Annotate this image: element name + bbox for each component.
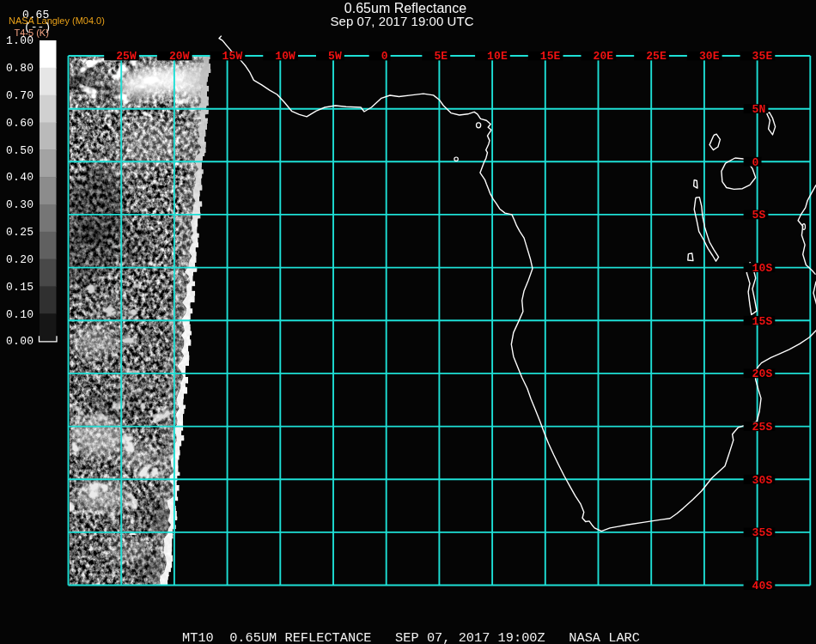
svg-text:5W: 5W — [328, 50, 342, 63]
svg-text:25S: 25S — [752, 421, 773, 434]
svg-text:10S: 10S — [752, 262, 773, 275]
svg-text:25W: 25W — [116, 50, 137, 63]
svg-text:40S: 40S — [752, 580, 773, 592]
svg-text:5E: 5E — [434, 50, 448, 63]
svg-text:10W: 10W — [275, 50, 295, 63]
svg-text:20W: 20W — [169, 50, 190, 63]
svg-text:0.20: 0.20 — [6, 253, 33, 266]
svg-text:0.00: 0.00 — [6, 335, 33, 348]
svg-text:30E: 30E — [699, 50, 720, 63]
svg-text:0.25: 0.25 — [6, 226, 33, 239]
svg-text:5S: 5S — [752, 209, 766, 222]
svg-text:0: 0 — [752, 156, 759, 169]
svg-text:0.50: 0.50 — [6, 144, 33, 157]
svg-text:0.10: 0.10 — [6, 308, 33, 321]
svg-text:0.60: 0.60 — [6, 117, 33, 130]
svg-text:MT10 0.65UM REFLECTANCE SEP: MT10 0.65UM REFLECTANCE SEP 07, 2017 19:… — [182, 630, 640, 644]
svg-text:35E: 35E — [752, 50, 773, 63]
svg-text:20S: 20S — [752, 368, 773, 380]
svg-text:15E: 15E — [540, 50, 561, 63]
svg-text:Sep 07, 2017 19:00 UTC: Sep 07, 2017 19:00 UTC — [330, 14, 473, 28]
svg-text:25E: 25E — [646, 50, 667, 63]
svg-text:35S: 35S — [752, 526, 773, 539]
svg-text:T4-5 (K): T4-5 (K) — [15, 27, 49, 38]
svg-text:15S: 15S — [752, 315, 773, 328]
svg-text:0.70: 0.70 — [6, 89, 33, 102]
svg-text:5N: 5N — [752, 103, 766, 116]
svg-text:0.30: 0.30 — [6, 198, 33, 211]
svg-text:30S: 30S — [752, 474, 773, 487]
svg-text:0.80: 0.80 — [6, 62, 33, 75]
svg-text:20E: 20E — [594, 50, 614, 63]
svg-text:0.15: 0.15 — [6, 281, 33, 294]
svg-text:0.40: 0.40 — [6, 171, 33, 184]
svg-text:NASA Langley (M04.0): NASA Langley (M04.0) — [9, 15, 105, 26]
svg-text:15W: 15W — [222, 50, 243, 63]
svg-text:0: 0 — [381, 50, 388, 63]
svg-text:10E: 10E — [487, 50, 508, 63]
